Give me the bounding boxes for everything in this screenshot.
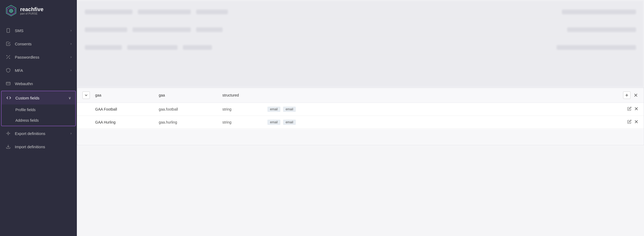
- sidebar-item-export-definitions-label: Export definitions: [15, 131, 67, 136]
- edit-row-2-button[interactable]: [627, 120, 632, 125]
- data-table: gaa gaa structured G: [77, 88, 644, 145]
- row-1-tags: email email: [267, 107, 622, 112]
- sidebar-item-sms-label: SMS: [15, 28, 67, 33]
- row-2-name: GAA Hurling: [95, 120, 153, 124]
- row-1-name: GAA Football: [95, 107, 153, 111]
- chevron-right-icon: ›: [70, 29, 72, 32]
- logo-text: reachfive part of PURSE: [20, 6, 43, 15]
- chevron-right-icon: ›: [70, 55, 72, 59]
- row-2-tag-2: email: [283, 120, 296, 125]
- row-1-tag-1: email: [267, 107, 280, 112]
- row-2-tags: email email: [267, 120, 622, 125]
- group-col-type: structured: [222, 93, 618, 97]
- sidebar-item-import-definitions-label: Import definitions: [15, 145, 72, 149]
- svg-point-6: [7, 56, 7, 56]
- sidebar-item-profile-fields-label: Profile fields: [15, 108, 36, 112]
- group-col-key: gaa: [159, 93, 217, 97]
- table-row: GAA Football gaa.football string email e…: [77, 103, 644, 116]
- svg-point-10: [7, 133, 9, 134]
- row-2-tag-1: email: [267, 120, 280, 125]
- chevron-down-icon: ∨: [68, 96, 71, 100]
- row-2-key: gaa.hurling: [159, 120, 217, 124]
- sidebar-logo: reachfive part of PURSE: [0, 0, 77, 21]
- chevron-right-icon: ›: [70, 68, 72, 72]
- sidebar-item-address-fields-label: Address fields: [15, 118, 39, 123]
- group-col-name: gaa: [95, 93, 153, 97]
- add-field-button[interactable]: [623, 91, 630, 99]
- sidebar-item-custom-fields[interactable]: Custom fields ∨: [2, 91, 75, 104]
- sidebar-custom-fields-group: Custom fields ∨ Profile fields Address f…: [1, 91, 76, 126]
- logo-icon: [5, 5, 17, 16]
- sidebar-item-address-fields[interactable]: Address fields: [2, 115, 75, 126]
- table-group-header-row: gaa gaa structured: [77, 88, 644, 103]
- shield-icon: [5, 67, 11, 73]
- row-2-type: string: [222, 120, 262, 124]
- group-actions: [623, 91, 638, 99]
- svg-marker-2: [9, 8, 13, 13]
- row-2-actions: [627, 120, 638, 125]
- logo-subtitle: part of PURSE: [20, 12, 43, 15]
- row-1-tag-2: email: [283, 107, 296, 112]
- row-1-key: gaa.football: [159, 107, 217, 111]
- sidebar-item-sms[interactable]: SMS ›: [0, 24, 77, 37]
- sidebar-item-consents-label: Consents: [15, 42, 67, 46]
- main-content: gaa gaa structured G: [77, 0, 644, 236]
- row-1-type: string: [222, 107, 262, 111]
- logo-title: reachfive: [20, 6, 43, 12]
- card-icon: [5, 81, 11, 86]
- sidebar-item-webauthn-label: Webauthn: [15, 81, 72, 86]
- sidebar-item-consents[interactable]: Consents ›: [0, 37, 77, 50]
- sidebar-item-export-definitions[interactable]: Export definitions ›: [0, 127, 77, 140]
- sidebar-item-mfa[interactable]: MFA ›: [0, 64, 77, 77]
- delete-row-2-button[interactable]: [634, 120, 638, 125]
- sidebar-item-mfa-label: MFA: [15, 68, 67, 73]
- sidebar-item-custom-fields-label: Custom fields: [15, 96, 65, 100]
- svg-rect-8: [6, 82, 10, 85]
- sidebar-item-passwordless[interactable]: Passwordless ›: [0, 50, 77, 64]
- code-icon: [6, 95, 12, 101]
- svg-point-7: [9, 58, 10, 59]
- sidebar: reachfive part of PURSE SMS ›: [0, 0, 77, 236]
- chevron-right-icon: ›: [70, 132, 72, 135]
- edit-row-1-button[interactable]: [627, 107, 632, 112]
- close-group-button[interactable]: [633, 93, 638, 98]
- mobile-icon: [5, 28, 11, 33]
- blurred-content-area: [77, 0, 644, 88]
- import-icon: [5, 144, 11, 150]
- expand-group-button[interactable]: [82, 91, 90, 99]
- delete-row-1-button[interactable]: [634, 107, 638, 112]
- chevron-right-icon: ›: [70, 42, 72, 46]
- wand-icon: [5, 54, 11, 60]
- table-row: GAA Hurling gaa.hurling string email ema…: [77, 116, 644, 129]
- sidebar-nav: SMS › Consents ›: [0, 21, 77, 236]
- sidebar-item-webauthn[interactable]: Webauthn: [0, 77, 77, 90]
- sidebar-item-import-definitions[interactable]: Import definitions: [0, 140, 77, 153]
- check-square-icon: [5, 41, 11, 47]
- sidebar-item-profile-fields[interactable]: Profile fields: [2, 104, 75, 115]
- blurred-bottom-row: [77, 129, 644, 145]
- row-1-actions: [627, 107, 638, 112]
- export-icon: [5, 130, 11, 136]
- sidebar-item-passwordless-label: Passwordless: [15, 55, 67, 59]
- svg-rect-3: [7, 29, 10, 33]
